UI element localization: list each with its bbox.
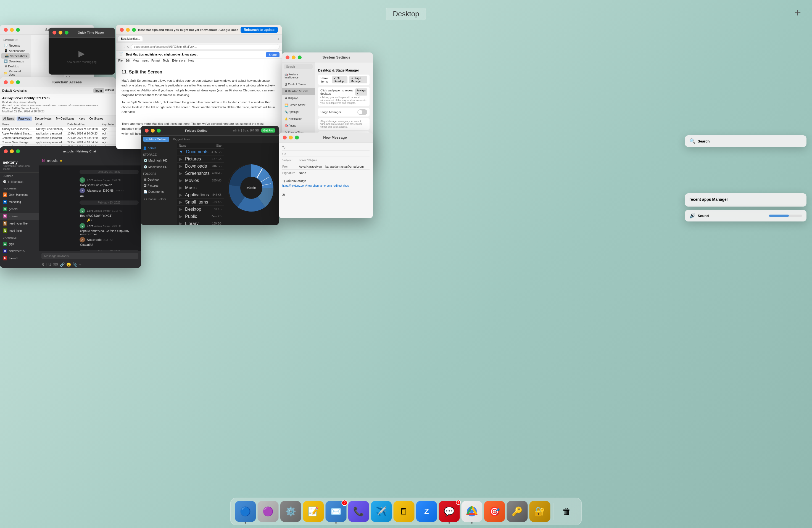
kc-login-tab[interactable]: login <box>93 88 104 93</box>
dock-telegram-icon[interactable]: ✈️ <box>371 501 392 522</box>
settings-item-control-center[interactable]: 🎛 Control Center <box>282 81 315 88</box>
get-pro-button[interactable]: Get Pro <box>261 128 275 133</box>
mail-body-link[interactable]: https://nektony.com/how-shenname-bmp-red… <box>282 184 369 188</box>
italic-icon[interactable]: I <box>46 262 47 267</box>
qt-maximize-button[interactable] <box>64 31 69 34</box>
kc-tab-securenotes[interactable]: Secure Notes <box>33 117 53 121</box>
folders-documents-item[interactable]: 📄 Documents <box>141 189 177 195</box>
forward-button[interactable]: → <box>122 45 126 48</box>
dock-system-settings-icon[interactable]: ⚙️ <box>280 501 301 522</box>
link-icon[interactable]: 🔗 <box>60 262 64 267</box>
mail-minimize-button[interactable] <box>289 136 293 140</box>
plus-icon[interactable]: + <box>79 262 81 267</box>
folders-file-row[interactable]: ▶Desktop8.59 KB <box>177 206 224 213</box>
settings-item-focus[interactable]: 🎯 Focus <box>282 122 315 129</box>
minimize-button[interactable] <box>10 28 14 32</box>
menu-file[interactable]: File <box>118 59 122 62</box>
folders-file-row[interactable]: ▶PublicZero KB <box>177 213 224 220</box>
folders-file-row[interactable]: ▶Applications545 KB <box>177 191 224 199</box>
stage-manager-toggle[interactable] <box>358 109 367 115</box>
chat-messages[interactable]: January 30, 2025 L Lora Admin Owner 3:40… <box>77 165 141 251</box>
biggest-files-tab[interactable]: Biggest Files <box>170 137 193 142</box>
on-desktop-option[interactable]: ✓ On Desktop <box>332 76 347 84</box>
kc-tab-keys[interactable]: Keys <box>77 117 86 121</box>
menu-insert[interactable]: Insert <box>142 59 149 62</box>
dock-chrome-icon[interactable] <box>462 501 482 522</box>
kc-col-date[interactable]: Date Modified <box>66 122 100 127</box>
folders-file-row[interactable]: ▼Documents4.55 GB <box>177 149 224 156</box>
choose-folder-item[interactable]: + Choose Folder... <box>141 195 177 203</box>
qt-minimize-button[interactable] <box>59 31 62 34</box>
sidebar-item-personal[interactable]: 📁Personal docs <box>0 69 31 77</box>
folders-file-row[interactable]: ▶Downloads316 GB <box>177 163 224 170</box>
folders-file-row[interactable]: ▶Movies285 MB <box>177 177 224 184</box>
sidebar-item-applications[interactable]: 📱Applications <box>0 48 31 53</box>
close-button[interactable] <box>4 28 8 32</box>
sidebar-item-downloads[interactable]: ⬇️Downloads <box>0 59 31 64</box>
kc-icloud-tab[interactable]: iCloud <box>105 88 114 93</box>
folders-desktop-item[interactable]: 🖥 Desktop <box>141 176 177 182</box>
dock-close-button[interactable] <box>286 56 289 59</box>
sidebar-item-recents[interactable]: 🕐Recents <box>0 43 31 48</box>
table-row[interactable]: Apple Persistent State Encryption applic… <box>0 131 116 136</box>
sound-slider[interactable] <box>769 215 802 217</box>
dock-zoom-icon[interactable]: Z <box>416 501 437 522</box>
underline-icon[interactable]: U <box>48 262 51 267</box>
relaunch-button[interactable]: Relaunch to update <box>241 27 278 33</box>
dock-minimize-button[interactable] <box>292 56 295 59</box>
menu-view[interactable]: View <box>133 59 139 62</box>
docs-minimize-button[interactable] <box>126 28 130 32</box>
kc-minimize-button[interactable] <box>10 80 14 84</box>
kc-maximize-button[interactable] <box>16 80 20 84</box>
share-button[interactable]: Share <box>266 52 279 57</box>
mail-maximize-button[interactable] <box>295 136 299 140</box>
cc-input[interactable] <box>299 152 369 156</box>
wallpaper-always-option[interactable]: Always › <box>355 88 367 96</box>
kc-tab-certs[interactable]: Certificates <box>88 117 105 121</box>
sidebar-item-marketing[interactable]: Mmarketing <box>0 198 39 205</box>
dock-rocketchat-icon[interactable]: 💬 3 <box>439 501 460 522</box>
settings-search-input[interactable] <box>284 64 313 69</box>
mail-body[interactable]: 1) Обнови статус https://nektony.com/how… <box>282 179 369 197</box>
sidebar-item-chat-illback[interactable]: 💬i-l-ll-be-back <box>0 179 39 185</box>
menu-format[interactable]: Format <box>151 59 160 62</box>
folders-macintosh-1[interactable]: 💿 Macintosh HD <box>141 157 177 164</box>
folders-pictures-item[interactable]: 🖼 Pictures <box>141 182 177 189</box>
folders-macintosh-2[interactable]: 💿 Macintosh HD <box>141 164 177 170</box>
maximize-button[interactable] <box>16 28 20 32</box>
settings-item-notifications[interactable]: 🔔 Notification <box>282 115 315 122</box>
mail-close-button[interactable] <box>283 136 287 140</box>
in-stage-manager-option[interactable]: In Stage Manager <box>349 76 367 84</box>
browser-tab[interactable]: Best Mac tips... <box>118 36 143 41</box>
docs-maximize-button[interactable] <box>132 28 136 32</box>
kc-close-button[interactable] <box>4 80 8 84</box>
folders-file-row[interactable]: ▶Music <box>177 184 224 191</box>
sidebar-item-diskexpert[interactable]: Ddiskexpert15 <box>0 247 39 254</box>
sidebar-item-desktop[interactable]: 🖥Desktop <box>0 64 31 69</box>
dock-wifi-password-icon[interactable]: 🔑 <box>507 501 528 522</box>
sidebar-item-nxtools[interactable]: Nnxtools <box>0 212 39 220</box>
menu-help[interactable]: Help <box>188 59 194 62</box>
code-icon[interactable]: ⌨ <box>53 262 58 267</box>
sidebar-item-general[interactable]: Ggeneral <box>0 205 39 212</box>
sidebar-item-funter[interactable]: Ffunter8 <box>0 254 39 262</box>
menu-tools[interactable]: Tools <box>163 59 169 62</box>
dock-keychain-icon[interactable]: 🔐 <box>530 501 550 522</box>
dock-launchpad-icon[interactable]: 🟣 <box>258 501 279 522</box>
folders-minimize-button[interactable] <box>151 129 155 133</box>
folders-admin-item[interactable]: 👤 admin <box>141 145 177 151</box>
url-bar[interactable]: docs.google.com/document/d/1FXl8elp_dSaF… <box>131 44 279 49</box>
chat-input[interactable] <box>41 253 138 259</box>
folders-file-row[interactable]: ▶Pictures1.47 GB <box>177 156 224 163</box>
dock-finder-icon[interactable]: 🔵 <box>235 501 256 522</box>
sidebar-item-only-marketing[interactable]: OOnly_Marketing <box>0 191 39 198</box>
folders-outline-tab[interactable]: Folders Outline <box>143 137 169 142</box>
dock-viber-icon[interactable]: 📞 <box>348 501 369 522</box>
kc-col-kind[interactable]: Kind <box>34 122 66 127</box>
table-row[interactable]: Chrome Safe Storage application-password… <box>0 140 116 145</box>
kc-col-name[interactable]: Name <box>0 122 34 127</box>
refresh-button[interactable]: ↻ <box>127 45 129 48</box>
settings-item-screen-saver[interactable]: 🌅 Screen Saver <box>282 102 315 108</box>
folders-close-button[interactable] <box>145 129 149 133</box>
settings-item-displays[interactable]: 🖥 Displays <box>282 95 315 102</box>
